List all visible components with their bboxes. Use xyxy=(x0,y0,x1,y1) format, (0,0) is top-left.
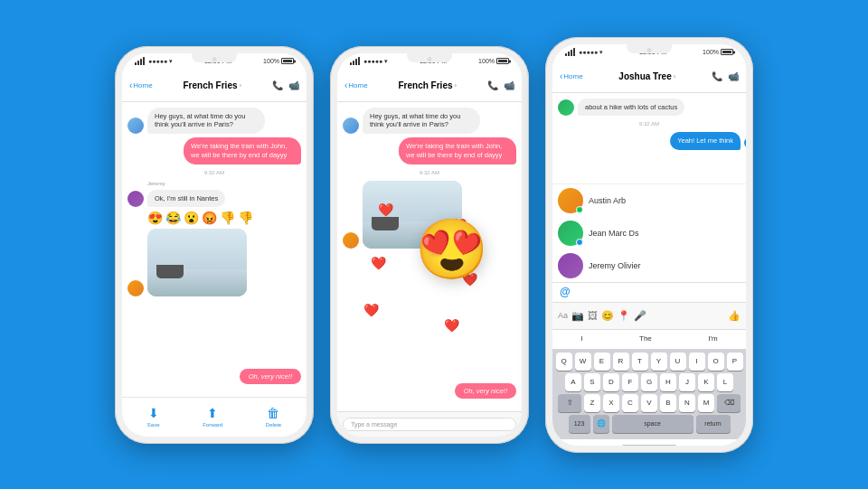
back-button-1[interactable]: ‹ Home xyxy=(129,80,153,90)
font-size-icon[interactable]: Aa xyxy=(558,311,568,320)
sky-scene xyxy=(147,229,247,269)
type-bar-2: Type a message xyxy=(337,411,522,437)
key-y[interactable]: Y xyxy=(651,353,667,371)
status-left-2: ●●●●● ▾ xyxy=(350,57,388,65)
key-m[interactable]: M xyxy=(698,394,714,412)
sb xyxy=(568,52,570,56)
key-p[interactable]: P xyxy=(727,353,743,371)
key-i[interactable]: I xyxy=(689,353,705,371)
battery-fill-1 xyxy=(283,60,292,62)
key-shift[interactable]: ⇧ xyxy=(558,394,581,412)
key-s[interactable]: S xyxy=(584,373,600,391)
contact-item-2[interactable]: Jean Marc Ds xyxy=(552,217,746,249)
image-message-1 xyxy=(147,229,247,296)
key-c[interactable]: C xyxy=(622,394,638,412)
contact-item-1[interactable]: Austin Arb xyxy=(552,184,746,217)
key-v[interactable]: V xyxy=(641,394,657,412)
key-e[interactable]: E xyxy=(594,353,610,371)
key-globe[interactable]: 🌐 xyxy=(593,415,609,433)
phone-1-inner: ●●●●● ▾ 12:00 PM 100% ‹ Home French Frie… xyxy=(122,53,307,437)
key-d[interactable]: D xyxy=(603,373,619,391)
key-r[interactable]: R xyxy=(613,353,629,371)
location-toolbar-icon[interactable]: 📍 xyxy=(618,310,630,322)
call-icon-3[interactable]: 📞 xyxy=(712,71,722,81)
type-input-2[interactable]: Type a message xyxy=(343,418,516,431)
emoji-heart-eyes[interactable]: 😍 xyxy=(147,211,163,225)
bubble-outgoing-1: We're taking the train with John, we wil… xyxy=(184,137,301,165)
phones-container: ●●●●● ▾ 12:00 PM 100% ‹ Home French Frie… xyxy=(0,0,868,489)
video-icon-2[interactable]: 📹 xyxy=(504,80,514,90)
key-o[interactable]: O xyxy=(708,353,724,371)
contacts-section: Austin Arb Jean Marc Ds Jeremy Olivier xyxy=(552,183,746,282)
forward-icon: ⬆ xyxy=(207,406,218,420)
forward-action-btn[interactable]: ⬆ Forward xyxy=(203,406,222,428)
emoji-laugh[interactable]: 😂 xyxy=(165,211,181,225)
contact-avatar-1 xyxy=(558,188,583,213)
chat-area-2: Hey guys, at what time do you think you'… xyxy=(337,102,522,411)
boat-silhouette xyxy=(156,265,184,278)
key-return[interactable]: return xyxy=(696,415,731,433)
video-icon-1[interactable]: 📹 xyxy=(288,80,299,90)
carrier-label: ●●●●● ▾ xyxy=(148,58,173,65)
status-dot-1 xyxy=(576,206,583,213)
save-action-btn[interactable]: ⬇ Save xyxy=(147,406,160,428)
key-k[interactable]: K xyxy=(698,373,714,391)
emoji-wow[interactable]: 😮 xyxy=(184,211,199,225)
back-button-3[interactable]: ‹ Home xyxy=(560,71,583,81)
call-icon-2[interactable]: 📞 xyxy=(487,80,498,90)
phone-3-inner: ●●●●● ▾ 12:00 PM 100% ‹ Home Joshua Tree xyxy=(552,44,746,446)
key-g[interactable]: G xyxy=(641,373,657,391)
suggestion-2[interactable]: The xyxy=(636,333,656,346)
key-q[interactable]: Q xyxy=(556,353,572,371)
title-chevron-1: › xyxy=(240,81,242,89)
audio-toolbar-icon[interactable]: 🎤 xyxy=(634,310,646,322)
battery-fill-2 xyxy=(498,60,507,62)
key-j[interactable]: J xyxy=(679,373,695,391)
key-b[interactable]: B xyxy=(660,394,676,412)
camera-toolbar-icon[interactable]: 📷 xyxy=(571,310,584,322)
toolbar-3: Aa 📷 🖼 😊 📍 🎤 👍 xyxy=(552,302,746,329)
key-f[interactable]: F xyxy=(622,373,638,391)
sender-name-1: Jeremy xyxy=(147,181,301,186)
delete-action-btn[interactable]: 🗑 Delete xyxy=(266,406,281,428)
contact-name-3: Jeremy Olivier xyxy=(589,261,641,270)
message-row: Ok, I'm still in Nantes xyxy=(127,190,301,208)
key-a[interactable]: A xyxy=(565,373,581,391)
bubble-outgoing-2: We're taking the train with John, we wil… xyxy=(399,137,516,165)
key-x[interactable]: X xyxy=(603,394,619,412)
contact-avatar-3 xyxy=(558,253,583,278)
video-icon-3[interactable]: 📹 xyxy=(728,71,739,81)
thumbsup-toolbar-icon[interactable]: 👍 xyxy=(728,310,741,322)
back-label-3: Home xyxy=(563,72,582,80)
key-space[interactable]: space xyxy=(612,415,693,433)
suggestion-1[interactable]: I xyxy=(577,333,586,346)
key-n[interactable]: N xyxy=(679,394,695,412)
pink-bubble-overlay-1: Oh, very nice!! xyxy=(240,369,301,384)
image-toolbar-icon[interactable]: 🖼 xyxy=(588,310,598,321)
key-u[interactable]: U xyxy=(670,353,686,371)
save-label: Save xyxy=(147,422,160,428)
key-num[interactable]: 123 xyxy=(569,415,590,433)
call-icon-1[interactable]: 📞 xyxy=(272,80,283,90)
key-t[interactable]: T xyxy=(632,353,648,371)
back-button-2[interactable]: ‹ Home xyxy=(344,80,368,90)
header-title-2: French Fries › xyxy=(368,80,487,90)
contact-item-3[interactable]: Jeremy Olivier xyxy=(552,249,746,282)
message-row-3-2: Yeah! Let me think ✓ xyxy=(558,132,741,150)
sticker-toolbar-icon[interactable]: 😊 xyxy=(601,310,614,322)
status-left-3: ●●●●● ▾ xyxy=(565,48,603,56)
emoji-angry[interactable]: 😡 xyxy=(202,211,217,225)
battery-fill-3 xyxy=(722,51,731,53)
key-backspace[interactable]: ⌫ xyxy=(717,394,741,412)
heart-3: ❤️ xyxy=(371,256,386,270)
emoji-thumbsdown2[interactable]: 👎 xyxy=(238,211,253,225)
emoji-thumbsdown[interactable]: 👎 xyxy=(220,211,235,225)
key-h[interactable]: H xyxy=(660,373,676,391)
key-w[interactable]: W xyxy=(575,353,591,371)
avatar-img-sender-2 xyxy=(343,232,359,249)
bubble-3-1: about a hike with lots of cactus xyxy=(578,99,684,117)
header-title-3: Joshua Tree › xyxy=(583,71,712,81)
key-z[interactable]: Z xyxy=(584,394,600,412)
suggestion-3[interactable]: I'm xyxy=(704,333,721,346)
key-l[interactable]: L xyxy=(717,373,733,391)
